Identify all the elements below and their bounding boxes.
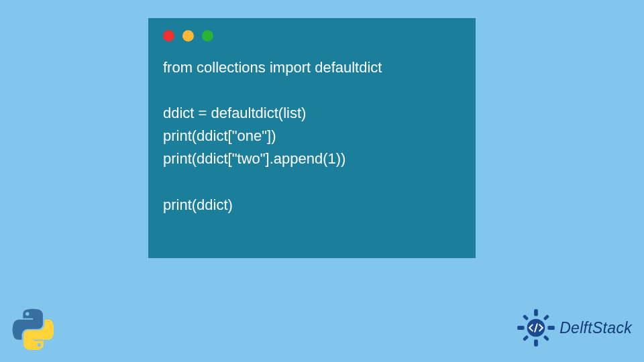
svg-rect-4 bbox=[548, 326, 555, 330]
maximize-icon bbox=[202, 30, 213, 42]
close-icon bbox=[163, 30, 174, 42]
brand-logo-icon bbox=[517, 308, 555, 347]
svg-rect-7 bbox=[523, 314, 529, 320]
code-line: print(ddict["two"].append(1)) bbox=[163, 150, 345, 167]
code-line: print(ddict) bbox=[163, 196, 233, 213]
svg-rect-2 bbox=[534, 339, 538, 346]
window-controls bbox=[163, 30, 461, 42]
svg-rect-1 bbox=[534, 309, 538, 316]
svg-rect-8 bbox=[543, 335, 549, 341]
svg-rect-6 bbox=[523, 335, 529, 341]
brand: DelftStack bbox=[517, 308, 632, 347]
code-block: from collections import defaultdict ddic… bbox=[163, 56, 461, 217]
minimize-icon bbox=[182, 30, 194, 42]
svg-rect-3 bbox=[517, 326, 524, 330]
svg-rect-5 bbox=[543, 314, 549, 320]
code-line: ddict = defaultdict(list) bbox=[163, 105, 306, 121]
brand-name: DelftStack bbox=[559, 319, 632, 337]
code-window: from collections import defaultdict ddic… bbox=[148, 18, 476, 258]
python-logo-icon bbox=[12, 308, 54, 350]
code-line: from collections import defaultdict bbox=[163, 59, 382, 76]
code-line: print(ddict["one"]) bbox=[163, 127, 276, 144]
